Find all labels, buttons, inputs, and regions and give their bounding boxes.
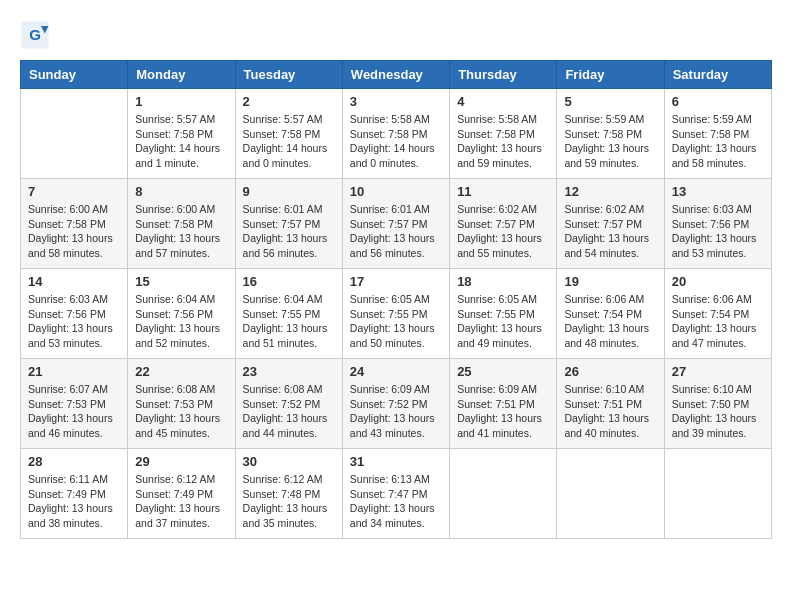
day-number: 23 <box>243 364 335 379</box>
day-info: Sunrise: 5:58 AMSunset: 7:58 PMDaylight:… <box>457 112 549 171</box>
day-info: Sunrise: 6:08 AMSunset: 7:53 PMDaylight:… <box>135 382 227 441</box>
header-friday: Friday <box>557 61 664 89</box>
day-info: Sunrise: 6:04 AMSunset: 7:56 PMDaylight:… <box>135 292 227 351</box>
calendar-cell: 9Sunrise: 6:01 AMSunset: 7:57 PMDaylight… <box>235 179 342 269</box>
calendar-table: SundayMondayTuesdayWednesdayThursdayFrid… <box>20 60 772 539</box>
calendar-cell: 17Sunrise: 6:05 AMSunset: 7:55 PMDayligh… <box>342 269 449 359</box>
calendar-cell <box>557 449 664 539</box>
day-info: Sunrise: 6:03 AMSunset: 7:56 PMDaylight:… <box>672 202 764 261</box>
calendar-cell: 23Sunrise: 6:08 AMSunset: 7:52 PMDayligh… <box>235 359 342 449</box>
day-info: Sunrise: 6:02 AMSunset: 7:57 PMDaylight:… <box>564 202 656 261</box>
day-number: 20 <box>672 274 764 289</box>
calendar-cell: 12Sunrise: 6:02 AMSunset: 7:57 PMDayligh… <box>557 179 664 269</box>
day-number: 25 <box>457 364 549 379</box>
calendar-cell: 19Sunrise: 6:06 AMSunset: 7:54 PMDayligh… <box>557 269 664 359</box>
calendar-cell: 4Sunrise: 5:58 AMSunset: 7:58 PMDaylight… <box>450 89 557 179</box>
day-info: Sunrise: 6:13 AMSunset: 7:47 PMDaylight:… <box>350 472 442 531</box>
header-tuesday: Tuesday <box>235 61 342 89</box>
day-number: 31 <box>350 454 442 469</box>
calendar-cell: 20Sunrise: 6:06 AMSunset: 7:54 PMDayligh… <box>664 269 771 359</box>
day-number: 13 <box>672 184 764 199</box>
calendar-cell: 18Sunrise: 6:05 AMSunset: 7:55 PMDayligh… <box>450 269 557 359</box>
calendar-cell: 27Sunrise: 6:10 AMSunset: 7:50 PMDayligh… <box>664 359 771 449</box>
day-info: Sunrise: 6:10 AMSunset: 7:51 PMDaylight:… <box>564 382 656 441</box>
calendar-cell: 13Sunrise: 6:03 AMSunset: 7:56 PMDayligh… <box>664 179 771 269</box>
day-info: Sunrise: 6:08 AMSunset: 7:52 PMDaylight:… <box>243 382 335 441</box>
calendar-cell: 5Sunrise: 5:59 AMSunset: 7:58 PMDaylight… <box>557 89 664 179</box>
day-number: 3 <box>350 94 442 109</box>
day-info: Sunrise: 6:01 AMSunset: 7:57 PMDaylight:… <box>350 202 442 261</box>
day-number: 14 <box>28 274 120 289</box>
day-info: Sunrise: 6:11 AMSunset: 7:49 PMDaylight:… <box>28 472 120 531</box>
day-number: 5 <box>564 94 656 109</box>
calendar-cell: 11Sunrise: 6:02 AMSunset: 7:57 PMDayligh… <box>450 179 557 269</box>
day-info: Sunrise: 5:59 AMSunset: 7:58 PMDaylight:… <box>564 112 656 171</box>
calendar-cell: 21Sunrise: 6:07 AMSunset: 7:53 PMDayligh… <box>21 359 128 449</box>
day-info: Sunrise: 6:06 AMSunset: 7:54 PMDaylight:… <box>672 292 764 351</box>
day-number: 11 <box>457 184 549 199</box>
day-number: 6 <box>672 94 764 109</box>
day-number: 12 <box>564 184 656 199</box>
day-number: 17 <box>350 274 442 289</box>
logo-icon: G <box>20 20 50 50</box>
day-number: 1 <box>135 94 227 109</box>
calendar-cell: 24Sunrise: 6:09 AMSunset: 7:52 PMDayligh… <box>342 359 449 449</box>
calendar-cell <box>664 449 771 539</box>
day-number: 28 <box>28 454 120 469</box>
calendar-cell: 30Sunrise: 6:12 AMSunset: 7:48 PMDayligh… <box>235 449 342 539</box>
day-number: 2 <box>243 94 335 109</box>
calendar-week-2: 7Sunrise: 6:00 AMSunset: 7:58 PMDaylight… <box>21 179 772 269</box>
day-info: Sunrise: 6:09 AMSunset: 7:52 PMDaylight:… <box>350 382 442 441</box>
day-info: Sunrise: 5:57 AMSunset: 7:58 PMDaylight:… <box>243 112 335 171</box>
day-info: Sunrise: 6:01 AMSunset: 7:57 PMDaylight:… <box>243 202 335 261</box>
header-wednesday: Wednesday <box>342 61 449 89</box>
day-number: 16 <box>243 274 335 289</box>
day-info: Sunrise: 6:05 AMSunset: 7:55 PMDaylight:… <box>457 292 549 351</box>
day-number: 22 <box>135 364 227 379</box>
calendar-cell <box>21 89 128 179</box>
day-number: 29 <box>135 454 227 469</box>
logo: G <box>20 20 54 50</box>
day-info: Sunrise: 6:06 AMSunset: 7:54 PMDaylight:… <box>564 292 656 351</box>
day-info: Sunrise: 6:12 AMSunset: 7:48 PMDaylight:… <box>243 472 335 531</box>
day-number: 8 <box>135 184 227 199</box>
calendar-week-4: 21Sunrise: 6:07 AMSunset: 7:53 PMDayligh… <box>21 359 772 449</box>
calendar-week-5: 28Sunrise: 6:11 AMSunset: 7:49 PMDayligh… <box>21 449 772 539</box>
day-number: 10 <box>350 184 442 199</box>
day-number: 18 <box>457 274 549 289</box>
calendar-header-row: SundayMondayTuesdayWednesdayThursdayFrid… <box>21 61 772 89</box>
calendar-cell: 29Sunrise: 6:12 AMSunset: 7:49 PMDayligh… <box>128 449 235 539</box>
day-number: 24 <box>350 364 442 379</box>
day-number: 9 <box>243 184 335 199</box>
day-number: 19 <box>564 274 656 289</box>
calendar-cell: 1Sunrise: 5:57 AMSunset: 7:58 PMDaylight… <box>128 89 235 179</box>
day-info: Sunrise: 6:00 AMSunset: 7:58 PMDaylight:… <box>28 202 120 261</box>
calendar-cell: 22Sunrise: 6:08 AMSunset: 7:53 PMDayligh… <box>128 359 235 449</box>
header-saturday: Saturday <box>664 61 771 89</box>
page-header: G <box>20 20 772 50</box>
day-number: 7 <box>28 184 120 199</box>
calendar-cell: 26Sunrise: 6:10 AMSunset: 7:51 PMDayligh… <box>557 359 664 449</box>
day-info: Sunrise: 5:57 AMSunset: 7:58 PMDaylight:… <box>135 112 227 171</box>
calendar-cell: 3Sunrise: 5:58 AMSunset: 7:58 PMDaylight… <box>342 89 449 179</box>
day-number: 26 <box>564 364 656 379</box>
calendar-week-1: 1Sunrise: 5:57 AMSunset: 7:58 PMDaylight… <box>21 89 772 179</box>
calendar-cell: 31Sunrise: 6:13 AMSunset: 7:47 PMDayligh… <box>342 449 449 539</box>
calendar-cell: 2Sunrise: 5:57 AMSunset: 7:58 PMDaylight… <box>235 89 342 179</box>
calendar-cell: 8Sunrise: 6:00 AMSunset: 7:58 PMDaylight… <box>128 179 235 269</box>
header-monday: Monday <box>128 61 235 89</box>
calendar-cell: 10Sunrise: 6:01 AMSunset: 7:57 PMDayligh… <box>342 179 449 269</box>
day-info: Sunrise: 6:00 AMSunset: 7:58 PMDaylight:… <box>135 202 227 261</box>
header-thursday: Thursday <box>450 61 557 89</box>
calendar-cell: 14Sunrise: 6:03 AMSunset: 7:56 PMDayligh… <box>21 269 128 359</box>
day-info: Sunrise: 6:07 AMSunset: 7:53 PMDaylight:… <box>28 382 120 441</box>
day-info: Sunrise: 6:12 AMSunset: 7:49 PMDaylight:… <box>135 472 227 531</box>
calendar-cell: 15Sunrise: 6:04 AMSunset: 7:56 PMDayligh… <box>128 269 235 359</box>
calendar-cell: 28Sunrise: 6:11 AMSunset: 7:49 PMDayligh… <box>21 449 128 539</box>
day-number: 21 <box>28 364 120 379</box>
day-info: Sunrise: 5:58 AMSunset: 7:58 PMDaylight:… <box>350 112 442 171</box>
day-info: Sunrise: 6:04 AMSunset: 7:55 PMDaylight:… <box>243 292 335 351</box>
calendar-cell: 7Sunrise: 6:00 AMSunset: 7:58 PMDaylight… <box>21 179 128 269</box>
header-sunday: Sunday <box>21 61 128 89</box>
calendar-week-3: 14Sunrise: 6:03 AMSunset: 7:56 PMDayligh… <box>21 269 772 359</box>
